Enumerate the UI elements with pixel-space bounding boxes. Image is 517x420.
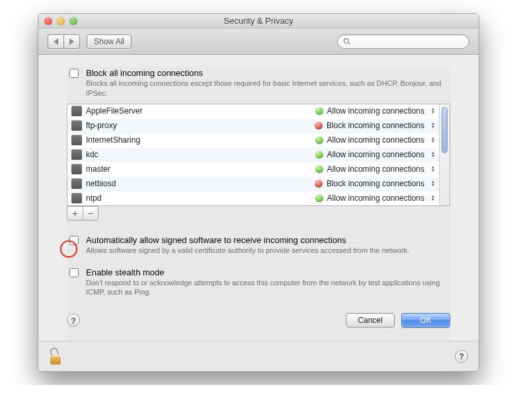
app-rule-row[interactable]: masterAllow incoming connections▲▼ — [67, 162, 439, 177]
list-scrollbar[interactable] — [439, 104, 450, 205]
window-bottom-bar: ? — [38, 341, 479, 371]
app-icon — [71, 149, 82, 160]
rule-status-text: Allow incoming connections — [327, 106, 424, 116]
rule-stepper-icon[interactable]: ▲▼ — [431, 151, 435, 158]
app-rules-list: AppleFileServerAllow incoming connection… — [67, 104, 450, 206]
status-dot-icon — [315, 122, 323, 129]
titlebar: Security & Privacy — [38, 14, 479, 28]
show-all-button[interactable]: Show All — [87, 34, 132, 49]
rule-status-text: Allow incoming connections — [327, 150, 424, 159]
status-dot-icon — [315, 194, 323, 202]
status-dot-icon — [315, 136, 323, 144]
block-all-option: Block all incoming connections Blocks al… — [67, 67, 450, 100]
nav-back-forward — [48, 34, 80, 49]
back-button[interactable] — [48, 34, 63, 49]
chevron-right-icon — [69, 38, 74, 45]
rule-status-text: Block incoming connections — [327, 121, 424, 130]
status-dot-icon — [315, 180, 323, 188]
auto-allow-checkbox[interactable] — [69, 236, 79, 245]
rule-status-text: Block incoming connections — [327, 179, 424, 188]
firewall-options-sheet: Block all incoming connections Blocks al… — [67, 67, 450, 341]
remove-app-button[interactable]: − — [83, 206, 99, 221]
add-remove-bar: + − — [67, 206, 450, 221]
search-input[interactable] — [353, 36, 463, 47]
auto-allow-option: Automatically allow signed software to r… — [67, 234, 450, 257]
status-dot-icon — [315, 151, 323, 158]
block-all-label: Block all incoming connections — [86, 68, 450, 78]
stealth-description: Don't respond to or acknowledge attempts… — [86, 278, 450, 298]
app-rule-row[interactable]: InternetSharingAllow incoming connection… — [67, 133, 439, 148]
app-name: ntpd — [86, 193, 315, 203]
auto-allow-description: Allows software signed by a valid certif… — [86, 246, 450, 256]
preferences-window: Security & Privacy Show All Block all in… — [38, 13, 479, 372]
rule-status-text: Allow incoming connections — [327, 193, 424, 203]
app-rule-row[interactable]: AppleFileServerAllow incoming connection… — [67, 104, 439, 119]
lock-icon[interactable] — [49, 349, 62, 365]
app-name: kdc — [86, 150, 315, 159]
app-icon — [71, 120, 82, 131]
app-rule-row[interactable]: ftp-proxyBlock incoming connections▲▼ — [67, 119, 439, 133]
sheet-body: Block all incoming connections Blocks al… — [38, 55, 479, 371]
toolbar: Show All — [38, 28, 479, 55]
app-rule-row[interactable]: kdcAllow incoming connections▲▼ — [67, 148, 439, 162]
rule-stepper-icon[interactable]: ▲▼ — [431, 136, 435, 144]
app-rule-row[interactable]: netbiosdBlock incoming connections▲▼ — [67, 177, 439, 192]
app-icon — [71, 193, 82, 203]
window-help-button[interactable]: ? — [455, 350, 468, 363]
svg-point-0 — [344, 38, 348, 43]
app-name: InternetSharing — [86, 135, 315, 145]
sheet-footer: ? Cancel OK — [67, 313, 450, 341]
rule-status-cell[interactable]: Block incoming connections▲▼ — [315, 179, 435, 188]
block-all-checkbox[interactable] — [69, 69, 79, 78]
rule-status-text: Allow incoming connections — [327, 164, 424, 174]
rule-status-text: Allow incoming connections — [327, 135, 424, 145]
rule-stepper-icon[interactable]: ▲▼ — [431, 165, 435, 173]
help-button[interactable]: ? — [67, 314, 80, 327]
add-app-button[interactable]: + — [67, 206, 83, 221]
app-rule-row[interactable]: ntpdAllow incoming connections▲▼ — [67, 192, 439, 205]
rule-stepper-icon[interactable]: ▲▼ — [431, 122, 435, 129]
status-dot-icon — [315, 165, 323, 173]
stealth-label: Enable stealth mode — [86, 267, 450, 277]
app-name: master — [86, 164, 315, 174]
chevron-left-icon — [54, 38, 58, 45]
app-name: AppleFileServer — [86, 106, 315, 116]
rule-status-cell[interactable]: Allow incoming connections▲▼ — [315, 150, 435, 159]
app-icon — [71, 178, 82, 189]
window-title: Security & Privacy — [38, 16, 479, 26]
rule-stepper-icon[interactable]: ▲▼ — [431, 194, 435, 202]
rule-status-cell[interactable]: Allow incoming connections▲▼ — [315, 135, 435, 145]
scrollbar-thumb[interactable] — [442, 107, 448, 153]
rule-status-cell[interactable]: Block incoming connections▲▼ — [315, 121, 435, 130]
app-name: netbiosd — [86, 179, 315, 188]
rule-status-cell[interactable]: Allow incoming connections▲▼ — [315, 106, 435, 116]
forward-button[interactable] — [63, 34, 80, 49]
app-icon — [71, 164, 82, 174]
stealth-checkbox[interactable] — [69, 268, 79, 277]
app-icon — [71, 106, 82, 116]
rule-status-cell[interactable]: Allow incoming connections▲▼ — [315, 164, 435, 174]
status-dot-icon — [315, 107, 323, 115]
block-all-description: Blocks all incoming connections except t… — [86, 79, 450, 98]
stealth-option: Enable stealth mode Don't respond to or … — [67, 266, 450, 299]
rule-stepper-icon[interactable]: ▲▼ — [431, 180, 435, 188]
svg-line-1 — [348, 43, 350, 45]
app-name: ftp-proxy — [86, 121, 315, 130]
app-icon — [71, 135, 82, 145]
rule-stepper-icon[interactable]: ▲▼ — [431, 107, 435, 115]
search-icon — [343, 38, 350, 45]
cancel-button[interactable]: Cancel — [346, 313, 395, 328]
rule-status-cell[interactable]: Allow incoming connections▲▼ — [315, 193, 435, 203]
ok-button[interactable]: OK — [401, 313, 450, 328]
search-field-wrap[interactable] — [337, 34, 469, 49]
auto-allow-label: Automatically allow signed software to r… — [86, 235, 450, 245]
app-rules-list-inner[interactable]: AppleFileServerAllow incoming connection… — [67, 104, 439, 205]
